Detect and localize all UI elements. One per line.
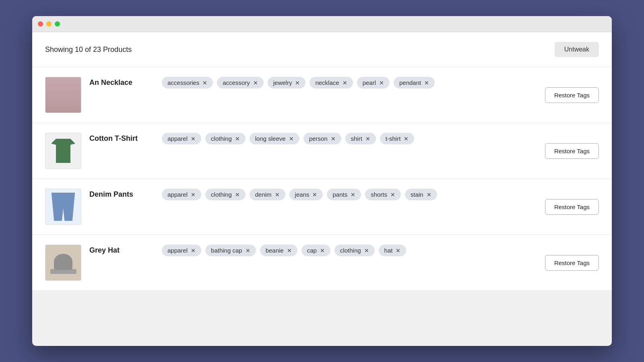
fullscreen-button[interactable]	[55, 21, 60, 27]
product-name-necklace: An Necklace	[89, 77, 154, 87]
product-list: An Necklaceaccessories✕accessory✕jewelry…	[32, 67, 612, 291]
product-row-pants: Denim Pantsapparel✕clothing✕denim✕jeans✕…	[32, 179, 612, 235]
tag-hat-4: clothing✕	[334, 245, 375, 256]
tag-remove-tshirt-1[interactable]: ✕	[235, 136, 240, 142]
product-image-pants	[45, 189, 81, 225]
tag-label-necklace-0: accessories	[167, 79, 199, 86]
tag-hat-5: hat✕	[379, 245, 407, 256]
main-content: Showing 10 of 23 Products Untweak An Nec…	[32, 32, 612, 291]
tag-hat-3: cap✕	[301, 245, 330, 256]
tag-tshirt-3: person✕	[303, 133, 341, 144]
untweak-button[interactable]: Untweak	[555, 42, 599, 57]
tag-tshirt-1: clothing✕	[205, 133, 246, 144]
tag-hat-1: bathing cap✕	[205, 245, 256, 256]
tag-remove-pants-1[interactable]: ✕	[235, 192, 240, 197]
tag-pants-6: stain✕	[405, 189, 437, 200]
tag-tshirt-0: apparel✕	[162, 133, 201, 144]
tag-label-tshirt-1: clothing	[211, 135, 232, 142]
tag-remove-hat-5[interactable]: ✕	[396, 248, 400, 253]
tag-label-hat-5: hat	[384, 247, 393, 254]
tag-label-hat-4: clothing	[340, 247, 361, 254]
header-bar: Showing 10 of 23 Products Untweak	[32, 32, 612, 67]
product-row-necklace: An Necklaceaccessories✕accessory✕jewelry…	[32, 67, 612, 123]
tag-remove-hat-4[interactable]: ✕	[364, 248, 369, 253]
tags-area-necklace: accessories✕accessory✕jewelry✕necklace✕p…	[162, 77, 537, 88]
product-image-art-pants	[50, 193, 76, 221]
tag-remove-necklace-1[interactable]: ✕	[253, 80, 258, 86]
product-image-necklace	[45, 77, 81, 113]
product-row-hat: Grey Hatapparel✕bathing cap✕beanie✕cap✕c…	[32, 235, 612, 291]
showing-text: Showing 10 of 23 Products	[45, 45, 132, 54]
tag-pants-5: shorts✕	[365, 189, 401, 200]
tag-label-pants-0: apparel	[167, 191, 188, 198]
tag-label-hat-3: cap	[307, 247, 317, 254]
restore-tags-button-pants[interactable]: Restore Tags	[545, 199, 599, 215]
tag-pants-3: jeans✕	[289, 189, 323, 200]
product-name-hat: Grey Hat	[89, 245, 154, 255]
tag-necklace-3: necklace✕	[310, 77, 353, 88]
tag-label-hat-0: apparel	[167, 247, 188, 254]
product-name-pants: Denim Pants	[89, 189, 154, 199]
tag-remove-tshirt-0[interactable]: ✕	[191, 136, 196, 142]
tag-remove-hat-2[interactable]: ✕	[287, 248, 292, 253]
tag-label-tshirt-5: t-shirt	[386, 135, 401, 142]
tag-label-tshirt-0: apparel	[167, 135, 188, 142]
tag-necklace-5: pendant✕	[394, 77, 435, 88]
tag-remove-necklace-5[interactable]: ✕	[424, 80, 429, 86]
tag-remove-necklace-3[interactable]: ✕	[343, 80, 347, 86]
tag-remove-pants-6[interactable]: ✕	[427, 192, 431, 197]
restore-tags-button-tshirt[interactable]: Restore Tags	[545, 143, 599, 159]
tag-remove-pants-2[interactable]: ✕	[275, 192, 280, 197]
tag-remove-tshirt-3[interactable]: ✕	[331, 136, 336, 142]
tag-necklace-0: accessories✕	[162, 77, 213, 88]
tag-tshirt-4: shirt✕	[345, 133, 376, 144]
tag-pants-1: clothing✕	[205, 189, 246, 200]
tag-label-necklace-1: accessory	[223, 79, 250, 86]
product-image-art-necklace	[45, 77, 81, 113]
tag-tshirt-5: t-shirt✕	[380, 133, 415, 144]
minimize-button[interactable]	[46, 21, 52, 27]
tag-label-pants-1: clothing	[211, 191, 232, 198]
tag-pants-0: apparel✕	[162, 189, 201, 200]
tag-remove-necklace-0[interactable]: ✕	[202, 80, 207, 86]
product-image-art-hat	[50, 252, 76, 274]
tag-remove-necklace-4[interactable]: ✕	[379, 80, 384, 86]
tag-remove-pants-3[interactable]: ✕	[312, 192, 317, 197]
product-image-art-tshirt	[51, 139, 75, 163]
product-row-tshirt: Cotton T-Shirtapparel✕clothing✕long slee…	[32, 123, 612, 179]
tag-remove-hat-3[interactable]: ✕	[320, 248, 325, 253]
tag-label-pants-3: jeans	[295, 191, 310, 198]
tag-pants-4: pants✕	[327, 189, 361, 200]
tag-label-necklace-5: pendant	[399, 79, 421, 86]
tag-label-necklace-4: pearl	[363, 79, 376, 86]
tag-hat-0: apparel✕	[162, 245, 201, 256]
product-image-tshirt	[45, 133, 81, 169]
tag-necklace-4: pearl✕	[357, 77, 390, 88]
tag-label-pants-2: denim	[255, 191, 272, 198]
tag-necklace-1: accessory✕	[217, 77, 264, 88]
restore-tags-button-necklace[interactable]: Restore Tags	[545, 87, 599, 103]
tag-label-necklace-3: necklace	[315, 79, 339, 86]
tag-remove-tshirt-5[interactable]: ✕	[404, 136, 409, 142]
close-button[interactable]	[38, 21, 43, 27]
tag-label-pants-6: stain	[411, 191, 423, 198]
restore-tags-button-hat[interactable]: Restore Tags	[545, 255, 599, 271]
tag-label-pants-5: shorts	[371, 191, 387, 198]
tag-remove-necklace-2[interactable]: ✕	[295, 80, 300, 86]
tag-remove-tshirt-4[interactable]: ✕	[365, 136, 370, 142]
tag-necklace-2: jewelry✕	[268, 77, 306, 88]
tag-remove-tshirt-2[interactable]: ✕	[289, 136, 294, 142]
traffic-lights	[38, 21, 60, 27]
tags-area-pants: apparel✕clothing✕denim✕jeans✕pants✕short…	[162, 189, 537, 200]
tag-remove-hat-0[interactable]: ✕	[191, 248, 196, 253]
tag-remove-pants-4[interactable]: ✕	[351, 192, 355, 197]
product-image-hat	[45, 245, 81, 281]
tag-label-pants-4: pants	[332, 191, 347, 198]
tag-remove-hat-1[interactable]: ✕	[246, 248, 250, 253]
tag-remove-pants-0[interactable]: ✕	[191, 192, 196, 197]
titlebar	[32, 16, 612, 32]
tag-remove-pants-5[interactable]: ✕	[390, 192, 395, 197]
tag-label-hat-1: bathing cap	[211, 247, 242, 254]
tag-pants-2: denim✕	[250, 189, 285, 200]
tag-label-necklace-2: jewelry	[273, 79, 292, 86]
